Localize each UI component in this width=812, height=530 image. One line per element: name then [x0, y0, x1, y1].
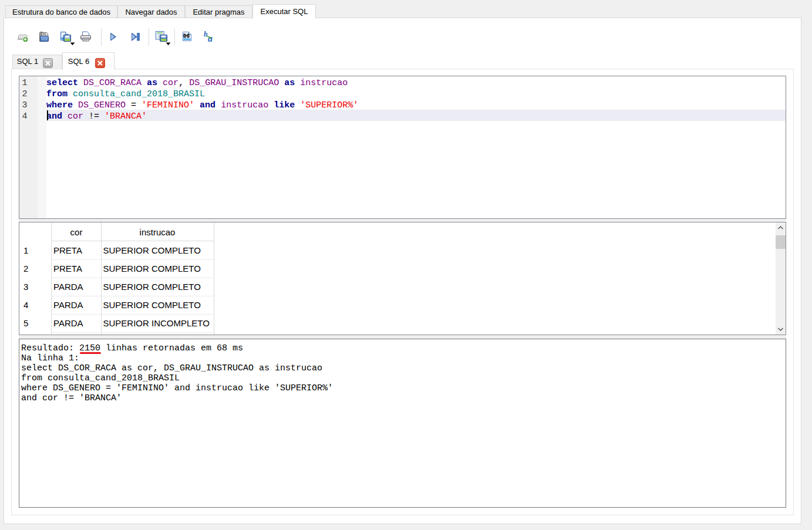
- svg-text:b: b: [204, 31, 208, 38]
